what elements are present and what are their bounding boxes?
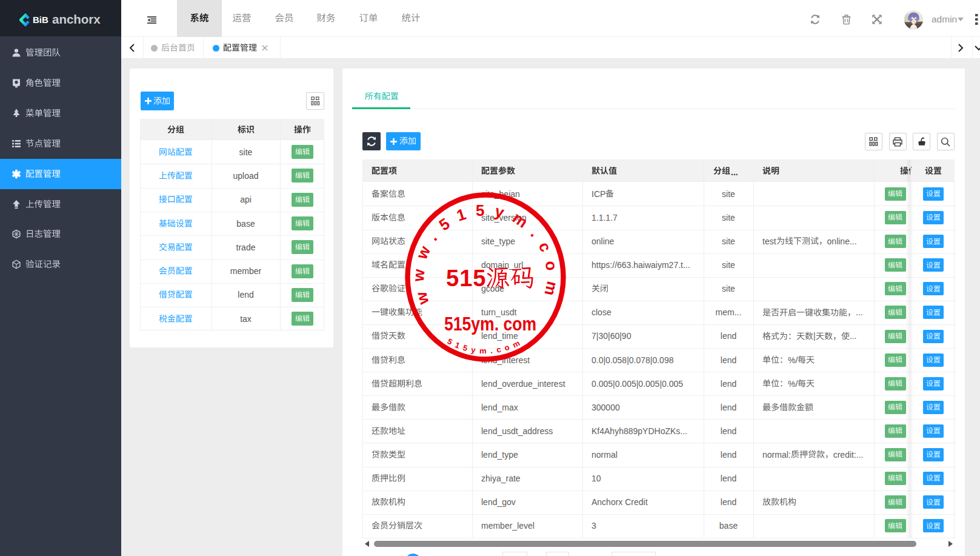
svg-text:515: 515	[446, 266, 486, 291]
svg-text:515ym. com: 515ym. com	[444, 313, 536, 335]
